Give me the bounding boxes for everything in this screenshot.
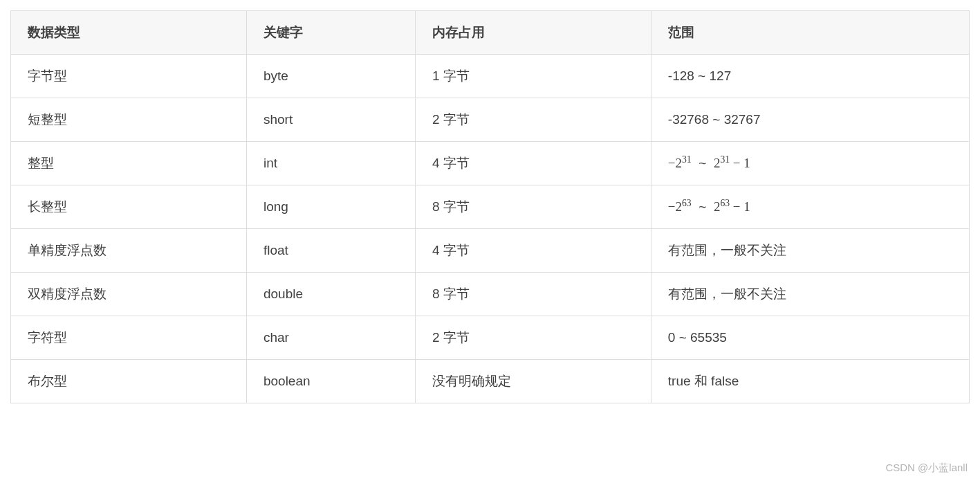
cell-range: −263 ~ 263 − 1 bbox=[651, 185, 969, 229]
cell-memory: 4 字节 bbox=[415, 229, 651, 273]
cell-memory: 1 字节 bbox=[415, 55, 651, 98]
table-row: 字符型char2 字节0 ~ 65535 bbox=[11, 316, 970, 360]
table-row: 布尔型boolean没有明确规定true 和 false bbox=[11, 360, 970, 403]
cell-range: -32768 ~ 32767 bbox=[651, 98, 969, 142]
cell-keyword: int bbox=[246, 142, 415, 185]
table-row: 单精度浮点数float4 字节有范围，一般不关注 bbox=[11, 229, 970, 273]
table-row: 字节型byte1 字节-128 ~ 127 bbox=[11, 55, 970, 98]
data-types-table-wrapper: 数据类型 关键字 内存占用 范围 字节型byte1 字节-128 ~ 127短整… bbox=[10, 10, 970, 403]
cell-range: true 和 false bbox=[651, 360, 969, 403]
table-body: 字节型byte1 字节-128 ~ 127短整型short2 字节-32768 … bbox=[11, 55, 970, 403]
data-types-table: 数据类型 关键字 内存占用 范围 字节型byte1 字节-128 ~ 127短整… bbox=[10, 10, 970, 403]
col-header-keyword: 关键字 bbox=[246, 11, 415, 55]
cell-range: 0 ~ 65535 bbox=[651, 316, 969, 360]
cell-memory: 8 字节 bbox=[415, 273, 651, 316]
table-row: 整型int4 字节−231 ~ 231 − 1 bbox=[11, 142, 970, 185]
col-header-type: 数据类型 bbox=[11, 11, 247, 55]
cell-type: 短整型 bbox=[11, 98, 247, 142]
col-header-range: 范围 bbox=[651, 11, 969, 55]
cell-keyword: char bbox=[246, 316, 415, 360]
cell-keyword: double bbox=[246, 273, 415, 316]
cell-keyword: short bbox=[246, 98, 415, 142]
cell-type: 字节型 bbox=[11, 55, 247, 98]
cell-range: -128 ~ 127 bbox=[651, 55, 969, 98]
cell-memory: 8 字节 bbox=[415, 185, 651, 229]
table-row: 双精度浮点数double8 字节有范围，一般不关注 bbox=[11, 273, 970, 316]
table-header: 数据类型 关键字 内存占用 范围 bbox=[11, 11, 970, 55]
cell-type: 单精度浮点数 bbox=[11, 229, 247, 273]
cell-type: 长整型 bbox=[11, 185, 247, 229]
cell-keyword: byte bbox=[246, 55, 415, 98]
cell-range: 有范围，一般不关注 bbox=[651, 273, 969, 316]
table-row: 长整型long8 字节−263 ~ 263 − 1 bbox=[11, 185, 970, 229]
cell-type: 整型 bbox=[11, 142, 247, 185]
cell-keyword: long bbox=[246, 185, 415, 229]
cell-memory: 2 字节 bbox=[415, 98, 651, 142]
table-row: 短整型short2 字节-32768 ~ 32767 bbox=[11, 98, 970, 142]
cell-memory: 4 字节 bbox=[415, 142, 651, 185]
col-header-memory: 内存占用 bbox=[415, 11, 651, 55]
cell-keyword: float bbox=[246, 229, 415, 273]
cell-type: 布尔型 bbox=[11, 360, 247, 403]
cell-memory: 2 字节 bbox=[415, 316, 651, 360]
cell-type: 双精度浮点数 bbox=[11, 273, 247, 316]
cell-range: 有范围，一般不关注 bbox=[651, 229, 969, 273]
cell-range: −231 ~ 231 − 1 bbox=[651, 142, 969, 185]
cell-type: 字符型 bbox=[11, 316, 247, 360]
table-header-row: 数据类型 关键字 内存占用 范围 bbox=[11, 11, 970, 55]
cell-keyword: boolean bbox=[246, 360, 415, 403]
cell-memory: 没有明确规定 bbox=[415, 360, 651, 403]
